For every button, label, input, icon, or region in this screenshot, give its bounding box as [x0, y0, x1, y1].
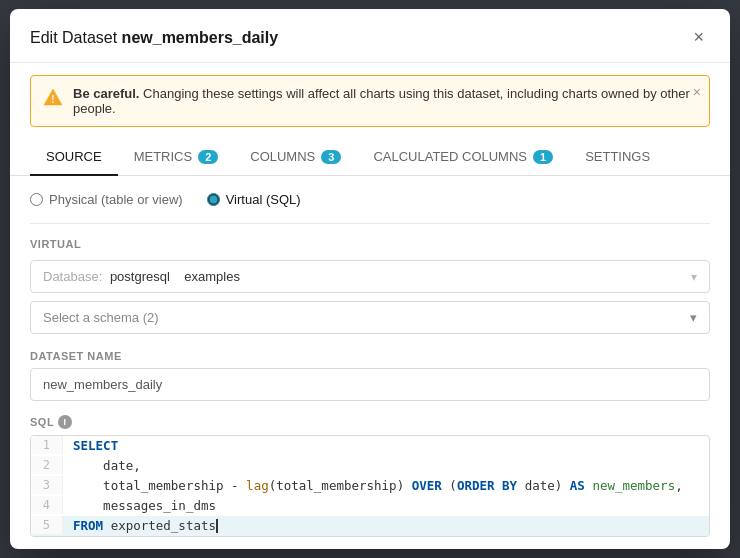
- schema-chevron-icon: ▾: [690, 310, 697, 325]
- schema-select[interactable]: Select a schema (2) ▾: [30, 301, 710, 334]
- sql-info-icon[interactable]: i: [58, 415, 72, 429]
- code-line-1: 1 SELECT: [31, 436, 709, 456]
- database-value: postgresql: [110, 269, 170, 284]
- section-divider: [30, 223, 710, 224]
- alert-close-button[interactable]: ×: [693, 84, 701, 100]
- database-label: Database:: [43, 269, 102, 284]
- alert-banner: ! Be careful. Changing these settings wi…: [30, 75, 710, 127]
- database-chevron-icon: ▾: [691, 270, 697, 284]
- code-line-3: 3 total_membership - lag(total_membershi…: [31, 476, 709, 496]
- svg-text:!: !: [51, 94, 54, 105]
- modal-body: Physical (table or view) Virtual (SQL) V…: [10, 176, 730, 549]
- code-line-4: 4 messages_in_dms: [31, 496, 709, 516]
- virtual-radio-label[interactable]: Virtual (SQL): [207, 192, 301, 207]
- tab-source[interactable]: SOURCE: [30, 139, 118, 176]
- modal-title: Edit Dataset new_members_daily: [30, 29, 278, 47]
- tab-columns[interactable]: COLUMNS 3: [234, 139, 357, 176]
- alert-text: Be careful. Changing these settings will…: [73, 86, 697, 116]
- columns-badge: 3: [321, 150, 341, 164]
- dataset-name-input[interactable]: [30, 368, 710, 401]
- sql-editor[interactable]: 1 SELECT 2 date, 3 total_membership - la…: [30, 435, 710, 537]
- virtual-radio[interactable]: [207, 193, 220, 206]
- warning-icon: !: [43, 87, 63, 107]
- tab-settings[interactable]: SETTINGS: [569, 139, 666, 176]
- view-type-radio-group: Physical (table or view) Virtual (SQL): [30, 192, 710, 207]
- modal-header: Edit Dataset new_members_daily ×: [10, 9, 730, 63]
- schema-placeholder: Select a schema (2): [43, 310, 159, 325]
- sql-label: SQL i: [30, 415, 710, 429]
- physical-radio[interactable]: [30, 193, 43, 206]
- database-schema: examples: [184, 269, 240, 284]
- tab-calculated-columns[interactable]: CALCULATED COLUMNS 1: [357, 139, 569, 176]
- close-button[interactable]: ×: [687, 25, 710, 50]
- dataset-name-label: DATASET NAME: [30, 350, 710, 362]
- physical-radio-label[interactable]: Physical (table or view): [30, 192, 183, 207]
- code-line-5: 5 FROM exported_stats: [31, 516, 709, 536]
- calculated-columns-badge: 1: [533, 150, 553, 164]
- virtual-section-label: VIRTUAL: [30, 238, 710, 250]
- tabs-container: SOURCE METRICS 2 COLUMNS 3 CALCULATED CO…: [10, 139, 730, 176]
- database-select[interactable]: Database: postgresql examples ▾: [30, 260, 710, 293]
- metrics-badge: 2: [198, 150, 218, 164]
- edit-dataset-modal: Edit Dataset new_members_daily × ! Be ca…: [10, 9, 730, 549]
- code-line-2: 2 date,: [31, 456, 709, 476]
- tab-metrics[interactable]: METRICS 2: [118, 139, 235, 176]
